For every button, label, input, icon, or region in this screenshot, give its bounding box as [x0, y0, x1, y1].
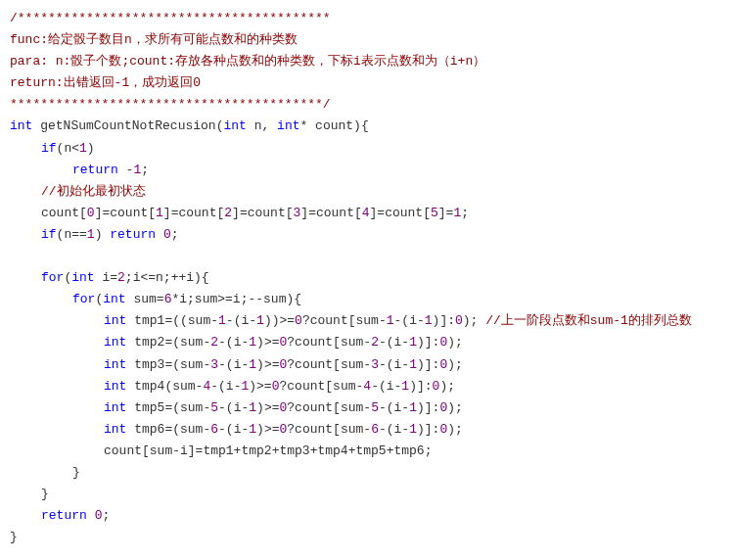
- type-keyword: int: [71, 270, 94, 285]
- number: 2: [210, 335, 218, 350]
- expr: )>=: [256, 422, 279, 437]
- function-signature: int getNSumCountNotRecusion(int n, int* …: [10, 116, 724, 137]
- type-keyword: int: [277, 118, 299, 133]
- number: 5: [371, 400, 379, 415]
- expr: ;i<=n;++i){: [125, 270, 209, 285]
- expr: );: [447, 335, 463, 350]
- number: 4: [363, 379, 371, 394]
- number: 0: [87, 206, 95, 220]
- expr: ]=: [438, 206, 454, 220]
- keyword: if: [41, 141, 57, 156]
- expr: -(i-: [210, 379, 241, 394]
- brace-close: }: [10, 527, 724, 548]
- decl-statement: int tmp5=(sum-5-(i-1)>=0?count[sum-5-(i-…: [10, 397, 724, 419]
- expr: tmp5=(sum-: [126, 400, 210, 415]
- expr: sum=: [126, 292, 164, 306]
- punc: ;: [461, 206, 469, 220]
- expr: )]:: [433, 313, 455, 328]
- expr: ]=count[: [95, 206, 156, 220]
- expr: -(i-: [218, 400, 249, 415]
- type-keyword: int: [223, 118, 246, 133]
- decl-statement: int tmp2=(sum-2-(i-1)>=0?count[sum-2-(i-…: [10, 332, 724, 353]
- punc: }: [10, 530, 18, 544]
- comment-line: ****************************************…: [10, 97, 331, 112]
- keyword: return: [110, 227, 156, 242]
- expr: )]:: [417, 357, 439, 372]
- comment-line: func:给定骰子数目n，求所有可能点数和的种类数: [10, 32, 298, 47]
- expr: )]:: [417, 335, 439, 350]
- number: 6: [371, 422, 379, 437]
- expr: ]=count[: [300, 206, 361, 220]
- punc: ;: [141, 163, 149, 177]
- expr: ?count[sum-: [287, 422, 371, 437]
- type-keyword: int: [104, 357, 126, 372]
- expr: );: [447, 422, 463, 437]
- expr: -(i-: [218, 422, 249, 437]
- expr: (n<: [57, 141, 79, 156]
- expr: )]:: [417, 422, 439, 437]
- for-statement: for(int sum=6*i;sum>=i;--sum){: [10, 289, 724, 310]
- number: 2: [224, 206, 232, 220]
- type-keyword: int: [104, 422, 126, 437]
- keyword: if: [41, 227, 57, 242]
- number: 1: [256, 313, 264, 328]
- decl-statement: int tmp3=(sum-3-(i-1)>=0?count[sum-3-(i-…: [10, 354, 724, 376]
- expr: -: [118, 163, 134, 177]
- expr: ?count[sum-: [287, 335, 371, 350]
- number: 1: [409, 422, 417, 437]
- expr: i=: [95, 270, 117, 285]
- expr: *i;sum>=i;--sum){: [171, 292, 301, 306]
- return-statement: return -1;: [10, 160, 724, 181]
- number: 1: [409, 400, 417, 415]
- expr: ?count[sum-: [287, 400, 371, 415]
- type-keyword: int: [104, 335, 126, 350]
- number: 3: [371, 357, 379, 372]
- expr: ?count[sum-: [302, 313, 387, 328]
- expr: [156, 227, 163, 242]
- expr: );: [447, 400, 463, 415]
- number: 3: [210, 357, 218, 372]
- keyword: for: [72, 292, 95, 306]
- expr: );: [439, 379, 455, 394]
- number: 1: [249, 422, 256, 437]
- expr: )]:: [417, 400, 439, 415]
- expr: ): [95, 227, 111, 242]
- expr: ))>=: [264, 313, 295, 328]
- expr: -(i-: [379, 335, 409, 350]
- expr: count[sum-i]=tmp1+tmp2+tmp3+tmp4+tmp5+tm…: [104, 443, 432, 458]
- param: n,: [247, 118, 277, 133]
- expr: count[: [41, 206, 87, 220]
- expr: tmp4(sum-: [126, 379, 203, 394]
- type-keyword: int: [104, 400, 126, 415]
- number: 1: [218, 313, 226, 328]
- func-name: getNSumCountNotRecusion(: [32, 118, 223, 133]
- expr: -(i-: [226, 313, 256, 328]
- expr: ?count[sum-: [287, 357, 371, 372]
- assign-statement: count[sum-i]=tmp1+tmp2+tmp3+tmp4+tmp5+tm…: [10, 441, 724, 462]
- decl-statement: int tmp6=(sum-6-(i-1)>=0?count[sum-6-(i-…: [10, 419, 724, 441]
- for-statement: for(int i=2;i<=n;++i){: [10, 267, 724, 289]
- comment-line: //上一阶段点数和sum-1的排列总数: [485, 313, 692, 328]
- number: 1: [156, 206, 163, 220]
- punc: }: [72, 465, 80, 480]
- if-statement: if(n==1) return 0;: [10, 224, 724, 246]
- number: 1: [87, 227, 95, 242]
- number: 1: [401, 379, 409, 394]
- comment-line: /***************************************…: [10, 11, 331, 25]
- init-statement: count[0]=count[1]=count[2]=count[3]=coun…: [10, 203, 724, 224]
- number: 1: [425, 313, 433, 328]
- expr: -(i-: [394, 313, 425, 328]
- punc: ): [87, 141, 95, 156]
- comment-line: return:出错返回-1，成功返回0: [10, 75, 201, 90]
- expr: )]:: [409, 379, 432, 394]
- punc: }: [41, 487, 49, 501]
- number: 5: [431, 206, 438, 220]
- expr: -(i-: [371, 379, 401, 394]
- if-statement: if(n<1): [10, 138, 724, 160]
- expr: ]=count[: [232, 206, 293, 220]
- expr: -(i-: [379, 400, 409, 415]
- type-keyword: int: [104, 313, 126, 328]
- expr: tmp6=(sum-: [126, 422, 210, 437]
- number: 1: [249, 357, 256, 372]
- expr: -(i-: [379, 422, 409, 437]
